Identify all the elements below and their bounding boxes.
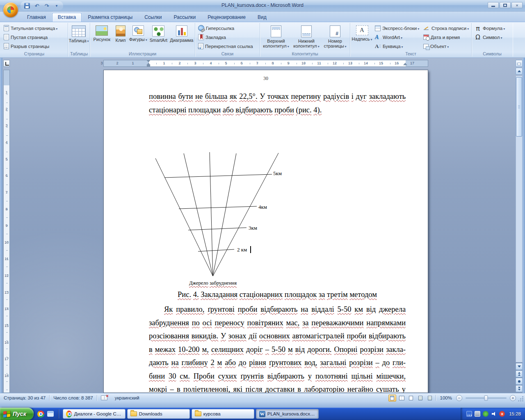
- ribbon-tab[interactable]: Рассылки: [168, 13, 201, 22]
- symbol-button[interactable]: Символ: [473, 33, 511, 41]
- title-page-button[interactable]: Титульная страница: [2, 24, 66, 32]
- start-button[interactable]: Пуск: [0, 408, 34, 420]
- text-line: дають на глибину 2 м або до рівня ґрунто…: [149, 356, 406, 370]
- scroll-down-button[interactable]: [516, 363, 523, 370]
- clipart-button[interactable]: Клип: [113, 24, 128, 50]
- wordart-icon: [375, 34, 381, 40]
- language-status[interactable]: украинский: [111, 393, 143, 402]
- ruler-number: 7: [256, 61, 258, 65]
- right-indent-marker[interactable]: [403, 63, 407, 65]
- header-icon: [271, 25, 281, 37]
- page-break-button[interactable]: Разрыв страницы: [2, 42, 66, 50]
- alert-icon[interactable]: x: [499, 411, 505, 417]
- proofing-book-icon: [101, 395, 107, 400]
- vertical-scrollbar[interactable]: [516, 60, 523, 392]
- app-quick-launch-icon[interactable]: [47, 411, 54, 417]
- header-button[interactable]: Верхний колонтитул: [261, 24, 291, 50]
- antivirus-icon[interactable]: [483, 411, 488, 417]
- draft-view-button[interactable]: [426, 395, 434, 402]
- zoom-slider-thumb[interactable]: [484, 395, 488, 401]
- ruler-number: 11: [4, 257, 9, 261]
- ribbon-tab[interactable]: Главная: [21, 13, 52, 22]
- keyboard-layout-icon[interactable]: [466, 411, 472, 417]
- task-downloads[interactable]: Downloads: [127, 409, 190, 419]
- task-chrome[interactable]: Диалоги - Google Chrome: [63, 409, 126, 419]
- window-frame-right: [523, 58, 525, 393]
- ribbon-tab[interactable]: Вид: [252, 13, 272, 22]
- left-indent-marker[interactable]: [147, 65, 150, 67]
- formula-button[interactable]: Формула: [473, 24, 511, 32]
- picture-icon: [96, 25, 108, 36]
- ruler-number: 4: [4, 140, 9, 144]
- ribbon-tab[interactable]: Разметка страницы: [82, 13, 138, 22]
- first-line-indent-marker[interactable]: [146, 60, 151, 62]
- resize-grip[interactable]: [518, 396, 523, 402]
- scrollbar-thumb[interactable]: [516, 77, 522, 137]
- textbox-button[interactable]: Надпись: [352, 24, 372, 50]
- page-number-button[interactable]: Номер страницы: [322, 24, 348, 50]
- vertical-ruler[interactable]: 123456789101112131415161718: [3, 70, 10, 393]
- bookmark-button[interactable]: Закладка: [196, 33, 258, 41]
- date-time-button[interactable]: Дата и время: [422, 33, 470, 41]
- document-page[interactable]: 30 повинна бути не більша як 22,5°. У то…: [103, 70, 428, 393]
- double-arrow-up-icon: [518, 372, 520, 374]
- outline-view-button[interactable]: [417, 395, 425, 402]
- task-word-document[interactable]: PLAN_kursova.docx - ...: [256, 409, 319, 419]
- ribbon-group-links: Гиперссылка Закладка Перекрестная ссылка…: [195, 23, 260, 57]
- wordart-button[interactable]: WordArt: [373, 33, 421, 41]
- zoom-slider[interactable]: [466, 397, 507, 399]
- task-kursova-folder[interactable]: курсова: [192, 409, 254, 419]
- signature-line-button[interactable]: Строка подписи: [422, 24, 470, 32]
- office-button[interactable]: [3, 2, 18, 17]
- page-count-status[interactable]: Страница: 30 из 47: [0, 393, 49, 402]
- table-button[interactable]: Таблица: [69, 24, 88, 50]
- web-layout-view-button[interactable]: [407, 395, 415, 402]
- footer-button[interactable]: Нижний колонтитул: [292, 24, 321, 50]
- next-page-button[interactable]: [516, 385, 523, 392]
- ribbon-tab[interactable]: Ссылки: [139, 13, 167, 22]
- figure-source-label: Джерело забруднення: [189, 280, 237, 286]
- object-button[interactable]: Объект: [422, 42, 470, 50]
- zoom-level[interactable]: 100%: [438, 395, 454, 400]
- browser-quick-launch-icon[interactable]: [37, 411, 44, 418]
- quick-parts-button[interactable]: Экспресс-блоки: [373, 24, 421, 32]
- volume-icon[interactable]: [491, 411, 497, 417]
- zoom-out-button[interactable]: −: [456, 395, 462, 401]
- ruler-number: 17: [4, 357, 9, 361]
- system-tray: x 15:28: [461, 408, 525, 420]
- cross-reference-button[interactable]: Перекрестная ссылка: [196, 42, 258, 50]
- hyperlink-button[interactable]: Гиперссылка: [196, 24, 258, 32]
- clock[interactable]: 15:28: [507, 411, 521, 416]
- picture-button[interactable]: Рисунок: [91, 24, 112, 50]
- scroll-up-button[interactable]: [516, 68, 523, 75]
- zoom-in-button[interactable]: +: [510, 395, 516, 401]
- ribbon-tab[interactable]: Вставка: [52, 13, 82, 22]
- word-count-status[interactable]: Число слов: 8 387: [50, 393, 97, 402]
- shapes-button[interactable]: Фигуры: [129, 24, 147, 50]
- smartart-button[interactable]: SmartArt: [148, 24, 169, 50]
- ribbon-tab[interactable]: Рецензирование: [202, 13, 251, 22]
- paragraph-2: Як правило, ґрунтові проби відбирають на…: [149, 303, 406, 393]
- spelling-status[interactable]: [97, 393, 111, 402]
- close-button[interactable]: ×: [511, 2, 523, 8]
- maximize-button[interactable]: [500, 2, 511, 8]
- ruler-number: 5: [4, 157, 9, 161]
- hyperlink-icon: [198, 25, 204, 31]
- horizontal-ruler[interactable]: 3211234567891011121314151617: [0, 60, 525, 67]
- full-screen-view-button[interactable]: [398, 395, 406, 402]
- object-icon: [423, 44, 429, 49]
- page-break-label: Разрыв страницы: [11, 44, 49, 49]
- ruler-number: 13: [348, 61, 352, 65]
- select-browse-object-button[interactable]: [516, 378, 523, 385]
- minimize-button[interactable]: [488, 2, 499, 8]
- text-line: Як правило, ґрунтові проби відбирають на…: [149, 303, 406, 316]
- page-break-icon: [4, 43, 9, 49]
- tab-stop-selector[interactable]: [3, 60, 10, 67]
- drop-cap-button[interactable]: Буквица: [373, 42, 421, 50]
- print-layout-view-button[interactable]: [388, 395, 396, 402]
- previous-page-button[interactable]: [516, 370, 523, 377]
- chart-button[interactable]: Диаграмма: [170, 24, 194, 50]
- blank-page-label: Пустая страница: [11, 35, 48, 40]
- tray-app-icon[interactable]: [475, 411, 480, 417]
- blank-page-button[interactable]: Пустая страница: [2, 33, 66, 41]
